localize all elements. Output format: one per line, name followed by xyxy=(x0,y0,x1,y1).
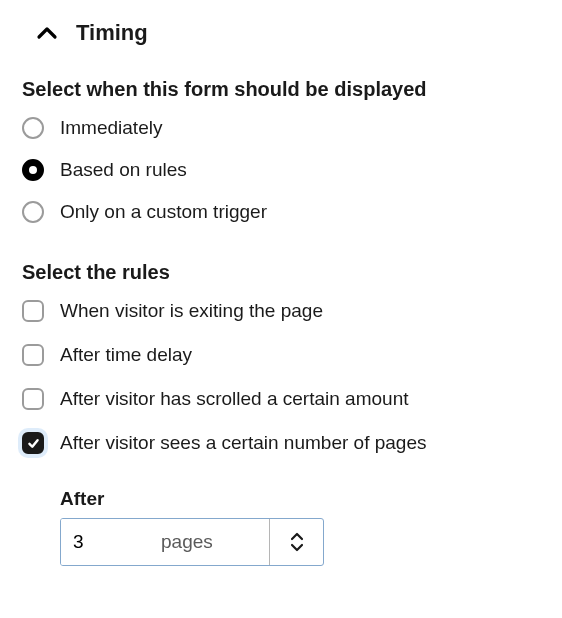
chevron-up-icon xyxy=(36,26,58,40)
checkbox-label: When visitor is exiting the page xyxy=(60,300,323,322)
page-views-config: After pages xyxy=(60,488,540,566)
checkbox-icon xyxy=(22,388,44,410)
radio-label: Based on rules xyxy=(60,159,187,181)
display-when-label: Select when this form should be displaye… xyxy=(22,78,540,101)
checkbox-icon xyxy=(22,344,44,366)
checkbox-icon xyxy=(22,432,44,454)
display-when-radio-group: Immediately Based on rules Only on a cus… xyxy=(22,117,540,223)
section-title: Timing xyxy=(76,20,148,46)
page-views-after-label: After xyxy=(60,488,540,510)
page-views-number-control: pages xyxy=(60,518,324,566)
chevron-up-icon xyxy=(290,532,304,541)
chevron-down-icon xyxy=(290,543,304,552)
checkbox-label: After visitor has scrolled a certain amo… xyxy=(60,388,409,410)
rules-checkbox-group: When visitor is exiting the page After t… xyxy=(22,300,540,566)
radio-icon xyxy=(22,117,44,139)
radio-label: Only on a custom trigger xyxy=(60,201,267,223)
checkbox-icon xyxy=(22,300,44,322)
page-views-stepper[interactable] xyxy=(269,519,323,565)
page-views-unit: pages xyxy=(161,519,269,565)
radio-option-custom-trigger[interactable]: Only on a custom trigger xyxy=(22,201,540,223)
radio-option-immediately[interactable]: Immediately xyxy=(22,117,540,139)
checkbox-option-scroll-amount[interactable]: After visitor has scrolled a certain amo… xyxy=(22,388,540,410)
section-header[interactable]: Timing xyxy=(22,20,540,46)
radio-label: Immediately xyxy=(60,117,162,139)
checkbox-label: After time delay xyxy=(60,344,192,366)
checkbox-option-page-views[interactable]: After visitor sees a certain number of p… xyxy=(22,432,540,454)
radio-icon xyxy=(22,201,44,223)
radio-icon xyxy=(22,159,44,181)
checkbox-option-time-delay[interactable]: After time delay xyxy=(22,344,540,366)
rules-label: Select the rules xyxy=(22,261,540,284)
page-views-input[interactable] xyxy=(61,519,161,565)
checkbox-label: After visitor sees a certain number of p… xyxy=(60,432,426,454)
checkbox-option-exit-intent[interactable]: When visitor is exiting the page xyxy=(22,300,540,322)
radio-option-based-on-rules[interactable]: Based on rules xyxy=(22,159,540,181)
